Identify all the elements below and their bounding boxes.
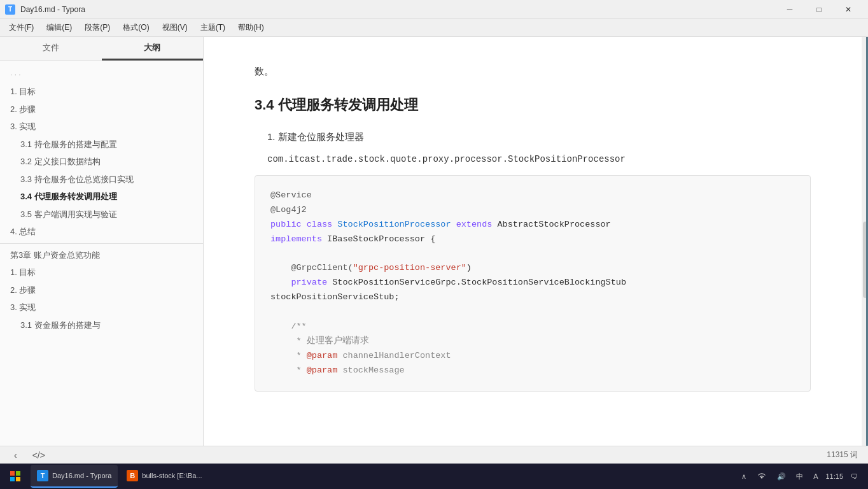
tray-up-arrow[interactable]: ∧ — [739, 472, 749, 481]
list-item[interactable]: 3. 实现 — [0, 118, 203, 136]
code-path: com.itcast.trade.stock.quote.proxy.proce… — [255, 152, 811, 167]
bottom-nav: ‹ </> — [10, 449, 49, 462]
list-item[interactable]: 1. 目标 — [0, 83, 203, 101]
svg-rect-0 — [10, 471, 15, 476]
tray-clock[interactable]: 11:15 — [825, 472, 843, 481]
wifi-icon — [757, 472, 767, 479]
minimize-button[interactable]: ─ — [775, 0, 804, 19]
svg-rect-3 — [16, 477, 20, 481]
menu-bar: 文件(F) 编辑(E) 段落(P) 格式(O) 视图(V) 主题(T) 帮助(H… — [0, 19, 868, 37]
list-item[interactable]: 1. 目标 — [0, 264, 203, 281]
editor-area[interactable]: 数。 3.4 代理服务转发调用处理 1. 新建仓位服务处理器 com.itcas… — [204, 37, 862, 446]
window-title: Day16.md - Typora — [20, 5, 85, 14]
tray-notify[interactable]: 🗨 — [848, 472, 860, 480]
menu-edit[interactable]: 编辑(E) — [40, 20, 78, 36]
prev-text: 数。 — [255, 62, 811, 80]
title-bar: T Day16.md - Typora ─ □ ✕ — [0, 0, 868, 19]
tab-files[interactable]: 文件 — [0, 37, 102, 60]
taskbar-items: T Day16.md - Typora B bulls-stock [E:\Ba… — [31, 465, 209, 488]
app-icon: T — [5, 4, 15, 15]
list-item-1: 1. 新建仓位服务处理器 — [267, 128, 811, 145]
close-button[interactable]: ✕ — [834, 0, 863, 19]
svg-rect-1 — [16, 471, 20, 476]
list-item[interactable]: 3.4 代理服务转发调用处理 — [0, 188, 203, 206]
taskbar-item-typora-label: Day16.md - Typora — [52, 472, 111, 479]
tab-outline[interactable]: 大纲 — [102, 37, 204, 60]
tray-volume[interactable]: 🔊 — [774, 472, 788, 481]
menu-help[interactable]: 帮助(H) — [232, 20, 270, 36]
menu-view[interactable]: 视图(V) — [156, 20, 194, 36]
list-item[interactable]: 2. 步骤 — [0, 281, 203, 299]
maximize-button[interactable]: □ — [804, 0, 834, 19]
title-bar-left: T Day16.md - Typora — [5, 4, 85, 15]
list-item[interactable]: 3.3 持仓服务仓位总览接口实现 — [0, 171, 203, 188]
list-item[interactable]: 2. 步骤 — [0, 101, 203, 118]
menu-paragraph[interactable]: 段落(P) — [78, 20, 116, 36]
window-controls: ─ □ ✕ — [775, 0, 863, 19]
svg-rect-2 — [10, 477, 15, 481]
sidebar-tabs: 文件 大纲 — [0, 37, 203, 61]
bottom-bar: ‹ </> 11315 词 — [0, 446, 868, 464]
taskbar-tray: ∧ 🔊 中 A 11:15 🗨 — [739, 472, 865, 481]
list-item[interactable]: 3.5 客户端调用实现与验证 — [0, 206, 203, 223]
menu-theme[interactable]: 主题(T) — [194, 20, 232, 36]
taskbar-item-typora[interactable]: T Day16.md - Typora — [31, 465, 118, 488]
list-item[interactable]: 3.1 持仓服务的搭建与配置 — [0, 136, 203, 153]
code-block: @Service @Log4j2 public class StockPosit… — [255, 175, 811, 392]
list-item[interactable]: 3. 实现 — [0, 299, 203, 316]
list-item[interactable]: 第3章 账户资金总览功能 — [0, 246, 203, 264]
section-heading: 3.4 代理服务转发调用处理 — [255, 92, 811, 118]
taskbar: T Day16.md - Typora B bulls-stock [E:\Ba… — [0, 464, 868, 489]
start-button[interactable] — [3, 464, 28, 489]
prev-nav-button[interactable]: ‹ — [10, 449, 21, 462]
taskbar-item-bulls[interactable]: B bulls-stock [E:\Ba... — [120, 465, 208, 488]
tray-ime[interactable]: A — [811, 472, 820, 480]
editor-scrollbar[interactable] — [862, 37, 868, 446]
main-area: 文件 大纲 · · · 1. 目标 2. 步骤 3. 实现 3.1 持仓服务的搭… — [0, 37, 868, 446]
taskbar-item-bulls-label: bulls-stock [E:\Ba... — [142, 472, 202, 479]
outline-faded-top: · · · — [0, 66, 203, 83]
editor-content[interactable]: 数。 3.4 代理服务转发调用处理 1. 新建仓位服务处理器 com.itcas… — [204, 37, 862, 446]
outline-list: · · · 1. 目标 2. 步骤 3. 实现 3.1 持仓服务的搭建与配置 3… — [0, 61, 203, 446]
sidebar: 文件 大纲 · · · 1. 目标 2. 步骤 3. 实现 3.1 持仓服务的搭… — [0, 37, 204, 446]
windows-icon — [10, 471, 21, 482]
list-item[interactable]: 3.2 定义接口数据结构 — [0, 153, 203, 171]
code-toggle-button[interactable]: </> — [29, 449, 49, 462]
bulls-icon: B — [127, 470, 138, 481]
sidebar-divider — [0, 243, 203, 244]
tray-lang[interactable]: 中 — [794, 472, 806, 481]
list-item[interactable]: 3.1 资金服务的搭建与 — [0, 316, 203, 334]
word-count: 11315 词 — [827, 450, 858, 460]
typora-icon: T — [37, 470, 48, 481]
menu-file[interactable]: 文件(F) — [3, 20, 40, 36]
tray-wifi[interactable] — [754, 472, 769, 481]
clock-time: 11:15 — [825, 472, 843, 481]
list-item[interactable]: 4. 总结 — [0, 223, 203, 241]
menu-format[interactable]: 格式(O) — [116, 20, 155, 36]
